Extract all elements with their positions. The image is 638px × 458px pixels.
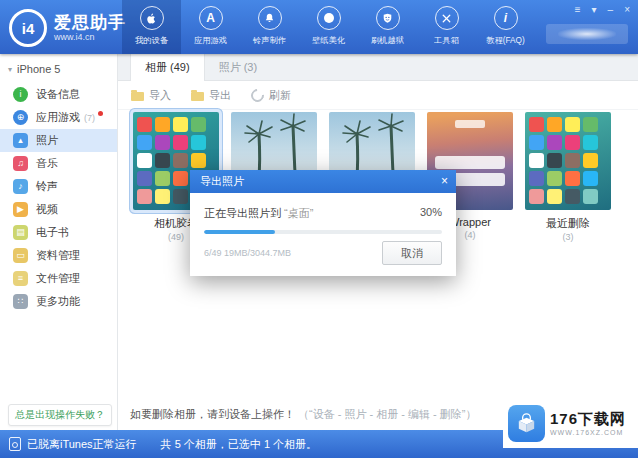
sidebar-item-label: 文件管理 bbox=[36, 271, 80, 286]
toolbar-item-ringtone-maker[interactable]: 铃声制作 bbox=[240, 0, 299, 54]
sidebar-item-label: 视频 bbox=[36, 202, 58, 217]
app-tile bbox=[583, 189, 598, 204]
app-tile bbox=[173, 135, 188, 150]
sidebar-item-file-management[interactable]: ≡文件管理 bbox=[0, 267, 117, 290]
app-tile bbox=[173, 189, 188, 204]
watermark-title: 176下载网 bbox=[550, 411, 626, 427]
sidebar-item-videos[interactable]: ▶视频 bbox=[0, 198, 117, 221]
app-tile bbox=[191, 153, 206, 168]
export-photos-dialog: 导出照片 × 正在导出照片到 “桌面” 30% 6/49 19MB/3044.7… bbox=[190, 170, 456, 276]
itunes-status-text: 已脱离iTunes正常运行 bbox=[27, 437, 137, 452]
export-button[interactable]: 导出 bbox=[191, 88, 231, 103]
app-tile bbox=[137, 189, 152, 204]
close-icon[interactable]: × bbox=[441, 170, 448, 193]
cancel-button[interactable]: 取消 bbox=[382, 241, 442, 265]
wrench-icon bbox=[435, 6, 459, 30]
app-tile bbox=[583, 135, 598, 150]
album-photo-count: (3) bbox=[525, 232, 611, 242]
sidebar-item-data-management[interactable]: ▭资料管理 bbox=[0, 244, 117, 267]
refresh-icon bbox=[248, 86, 266, 104]
app-tile bbox=[137, 135, 152, 150]
sidebar: ▾ iPhone 5 i设备信息⊕应用游戏(7)▴照片♫音乐♪铃声▶视频▤电子书… bbox=[0, 54, 118, 430]
download-site-logo-icon bbox=[508, 405, 545, 442]
progress-bar bbox=[204, 230, 442, 234]
toolbar-item-label: 工具箱 bbox=[419, 35, 473, 47]
sidebar-item-ebooks[interactable]: ▤电子书 bbox=[0, 221, 117, 244]
toolbar-status-pill[interactable] bbox=[546, 24, 628, 44]
sidebar-item-photos[interactable]: ▴照片 bbox=[0, 129, 117, 152]
action-label: 导入 bbox=[149, 88, 171, 103]
toolbar-item-my-device[interactable]: 我的设备 bbox=[122, 0, 181, 54]
shield-icon bbox=[376, 6, 400, 30]
apps-games-icon: ⊕ bbox=[13, 110, 28, 125]
refresh-button[interactable]: 刷新 bbox=[251, 88, 291, 103]
dialog-titlebar[interactable]: 导出照片 × bbox=[190, 170, 456, 193]
notification-banner bbox=[435, 156, 505, 169]
sidebar-item-label: 资料管理 bbox=[36, 248, 80, 263]
sidebar-item-music[interactable]: ♫音乐 bbox=[0, 152, 117, 175]
sidebar-item-more-functions[interactable]: ∷更多功能 bbox=[0, 290, 117, 313]
watermark-url: WWW.176XZ.COM bbox=[550, 429, 626, 436]
appstore-icon: A bbox=[199, 6, 223, 30]
skin-icon[interactable]: ▾ bbox=[592, 4, 597, 16]
window-controls: ≡▾–× bbox=[575, 4, 630, 16]
app-tile bbox=[565, 171, 580, 186]
toolbar-item-label: 铃声制作 bbox=[242, 35, 296, 47]
app-tile bbox=[547, 171, 562, 186]
file-management-icon: ≡ bbox=[13, 271, 28, 286]
chevron-down-icon: ▾ bbox=[8, 65, 12, 74]
sidebar-item-apps-games[interactable]: ⊕应用游戏(7) bbox=[0, 106, 117, 129]
export-message-prefix: 正在导出照片到 bbox=[204, 207, 281, 219]
data-management-icon: ▭ bbox=[13, 248, 28, 263]
app-tile bbox=[565, 117, 580, 132]
sidebar-item-count: (7) bbox=[84, 113, 95, 123]
sidebar-item-label: 更多功能 bbox=[36, 294, 80, 309]
bell-icon bbox=[258, 6, 282, 30]
folder-icon bbox=[191, 92, 204, 101]
tip-text: 如要删除相册，请到设备上操作！ bbox=[130, 408, 295, 420]
delete-album-tip: 如要删除相册，请到设备上操作！ （“设备 - 照片 - 相册 - 编辑 - 删除… bbox=[130, 407, 477, 422]
action-label: 导出 bbox=[209, 88, 231, 103]
i4-logo-icon: i4 bbox=[9, 9, 47, 47]
app-tile bbox=[155, 135, 170, 150]
toolbar-item-label: 刷机越狱 bbox=[360, 35, 414, 47]
more-functions-icon: ∷ bbox=[13, 294, 28, 309]
app-tile bbox=[137, 171, 152, 186]
photos-icon: ▴ bbox=[13, 133, 28, 148]
close-icon[interactable]: × bbox=[624, 4, 630, 16]
info-icon: i bbox=[494, 6, 518, 30]
toolbar-item-apps-games[interactable]: A应用游戏 bbox=[181, 0, 240, 54]
notification-badge-dot bbox=[98, 111, 103, 116]
toolbar-item-tutorials[interactable]: i教程(FAQ) bbox=[476, 0, 535, 54]
itunes-status-icon bbox=[9, 437, 21, 451]
tab-photos[interactable]: 照片 (3) bbox=[205, 54, 272, 80]
lock-clock bbox=[455, 120, 485, 128]
app-tile bbox=[155, 153, 170, 168]
apple-icon bbox=[140, 6, 164, 30]
main-menu-icon[interactable]: ≡ bbox=[575, 4, 581, 16]
ebooks-icon: ▤ bbox=[13, 225, 28, 240]
videos-icon: ▶ bbox=[13, 202, 28, 217]
toolbar-item-label: 壁纸美化 bbox=[301, 35, 355, 47]
toolbar-item-flash-jailbreak[interactable]: 刷机越狱 bbox=[358, 0, 417, 54]
help-failed-button[interactable]: 总是出现操作失败？ bbox=[8, 404, 112, 426]
tab-albums[interactable]: 相册 (49) bbox=[130, 54, 205, 81]
minimize-icon[interactable]: – bbox=[608, 4, 614, 16]
album-thumbnail bbox=[525, 112, 611, 210]
device-name: iPhone 5 bbox=[17, 63, 60, 75]
top-toolbar: i4 爱思助手 www.i4.cn 我的设备A应用游戏铃声制作壁纸美化刷机越狱工… bbox=[0, 0, 638, 54]
device-selector[interactable]: ▾ iPhone 5 bbox=[0, 54, 117, 83]
app-tile bbox=[583, 171, 598, 186]
sidebar-item-device-info[interactable]: i设备信息 bbox=[0, 83, 117, 106]
toolbar-item-wallpaper[interactable]: 壁纸美化 bbox=[299, 0, 358, 54]
toolbar-item-toolbox[interactable]: 工具箱 bbox=[417, 0, 476, 54]
app-tile bbox=[137, 117, 152, 132]
album-item[interactable]: 最近删除(3) bbox=[525, 112, 611, 242]
sidebar-item-ringtones[interactable]: ♪铃声 bbox=[0, 175, 117, 198]
sidebar-item-label: 电子书 bbox=[36, 225, 69, 240]
import-button[interactable]: 导入 bbox=[131, 88, 171, 103]
app-tile bbox=[583, 153, 598, 168]
app-tile bbox=[547, 153, 562, 168]
app-url: www.i4.cn bbox=[54, 32, 126, 42]
sidebar-item-label: 铃声 bbox=[36, 179, 58, 194]
